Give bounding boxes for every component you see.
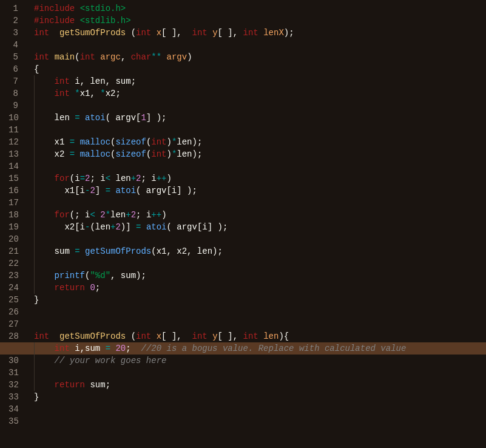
code-token: x2[i	[34, 222, 85, 232]
code-line[interactable]: {	[27, 63, 486, 75]
code-token: int	[34, 331, 49, 341]
code-token: argv	[167, 52, 187, 62]
code-line[interactable]	[27, 160, 486, 172]
code-line[interactable]: }	[27, 294, 486, 306]
code-line[interactable]	[27, 100, 486, 112]
code-line[interactable]: for(; i< 2*len+2; i++)	[27, 209, 486, 221]
line-number: 33	[8, 391, 18, 403]
line-number: 3	[8, 27, 18, 39]
code-token	[34, 271, 55, 280]
code-line[interactable]	[27, 124, 486, 136]
code-token: //20 is a bogus value. Replace with calc…	[141, 344, 406, 353]
line-number: 19	[8, 221, 18, 233]
code-line[interactable]	[27, 318, 486, 330]
code-token: ;	[126, 344, 141, 353]
code-line[interactable]: printf("%d", sum);	[27, 270, 486, 282]
code-token: atoi	[146, 222, 167, 232]
code-line[interactable]	[27, 39, 486, 51]
code-line[interactable]: int i,sum = 20; //20 is a bogus value. R…	[27, 342, 486, 355]
code-token: int	[34, 52, 49, 62]
code-line[interactable]: x1[i-2] = atoi( argv[i] );	[27, 185, 486, 197]
code-line[interactable]: }	[27, 391, 486, 403]
code-token: ; i	[90, 174, 105, 183]
code-token: )	[161, 210, 166, 220]
code-token: 2	[131, 210, 136, 220]
code-line[interactable]: #include <stdlib.h>	[27, 15, 486, 27]
code-token: (	[131, 331, 136, 341]
code-line[interactable]	[27, 367, 486, 379]
code-token: x1	[34, 137, 70, 147]
code-line[interactable]	[27, 233, 486, 245]
code-line[interactable]: int *x1, *x2;	[27, 87, 486, 100]
code-line[interactable]: x2[i-(len+2)] = atoi( argv[i] );	[27, 221, 486, 233]
code-line[interactable]	[27, 403, 486, 415]
line-number: 18	[8, 209, 18, 221]
code-token: len	[34, 113, 75, 123]
code-token: *	[75, 89, 79, 98]
code-token	[95, 210, 100, 220]
code-token: char	[131, 52, 152, 62]
code-area[interactable]: #include <stdio.h>#include <stdlib.h>int…	[27, 0, 486, 448]
code-token: =	[70, 149, 75, 159]
code-token: <stdlib.h>	[80, 16, 131, 25]
code-token: , sum);	[110, 271, 146, 280]
code-line[interactable]: len = atoi( argv[1] );	[27, 112, 486, 124]
indent-guide	[34, 245, 35, 257]
indent-guide	[34, 185, 35, 197]
code-line[interactable]: int i, len, sum;	[27, 75, 486, 87]
code-token	[49, 331, 59, 341]
code-token: ( argv[i] );	[166, 222, 228, 232]
line-number: 7	[8, 75, 18, 87]
indent-guide	[34, 112, 35, 124]
code-line[interactable]: int main(int argc, char** argv)	[27, 51, 486, 63]
code-editor[interactable]: 1234567891011121314151617181920212223242…	[0, 0, 486, 448]
code-token	[49, 52, 54, 62]
code-token: "%d"	[90, 271, 110, 280]
code-token: }	[34, 392, 39, 402]
code-line[interactable]: int getSumOfProds (int x[ ], int y[ ], i…	[27, 27, 486, 39]
line-number-gutter: 1234567891011121314151617181920212223242…	[0, 0, 27, 448]
code-token: malloc	[80, 137, 110, 147]
code-token: for	[55, 210, 70, 220]
code-line[interactable]	[27, 257, 486, 270]
code-line[interactable]: for(i=2; i< len+2; i++)	[27, 172, 486, 185]
code-token: sum	[34, 246, 75, 256]
line-number: 21	[8, 245, 18, 257]
code-token: sizeof	[115, 149, 146, 159]
code-token: return	[55, 380, 85, 390]
indent-guide	[34, 355, 35, 367]
line-number: 25	[8, 294, 18, 306]
code-token: len);	[177, 137, 202, 147]
line-number: 15	[8, 172, 18, 185]
code-token: (; i	[70, 210, 90, 220]
indent-guide	[34, 233, 35, 245]
code-line[interactable]: // your work goes here	[27, 355, 486, 367]
code-token: x2	[34, 149, 70, 159]
code-token: (x1, x2, len);	[151, 246, 223, 256]
code-line[interactable]: sum = getSumOfProds(x1, x2, len);	[27, 245, 486, 257]
line-number: 5	[8, 51, 18, 63]
code-token	[95, 52, 100, 62]
code-token	[161, 52, 166, 62]
code-token: ;	[95, 283, 100, 293]
code-line[interactable]	[27, 415, 486, 427]
code-line[interactable]: #include <stdio.h>	[27, 2, 486, 15]
code-token: <	[106, 174, 110, 183]
code-token: getSumOfProds	[59, 331, 126, 341]
code-line[interactable]	[27, 197, 486, 209]
code-line[interactable]	[27, 306, 486, 318]
code-token: int	[34, 28, 49, 38]
code-token: x1[i	[34, 186, 85, 195]
code-line[interactable]: x1 = malloc(sizeof(int)*len);	[27, 136, 486, 148]
code-token: int	[243, 28, 258, 38]
code-token: )	[167, 174, 172, 183]
line-number: 28	[8, 330, 18, 342]
code-line[interactable]: return sum;	[27, 379, 486, 391]
line-number: 14	[8, 160, 18, 172]
code-token: ,	[121, 52, 131, 62]
code-line[interactable]: int getSumOfProds (int x[ ], int y[ ], i…	[27, 330, 486, 342]
code-line[interactable]: return 0;	[27, 282, 486, 294]
indent-guide	[34, 197, 35, 209]
code-token: len	[110, 174, 131, 183]
code-line[interactable]: x2 = malloc(sizeof(int)*len);	[27, 148, 486, 160]
